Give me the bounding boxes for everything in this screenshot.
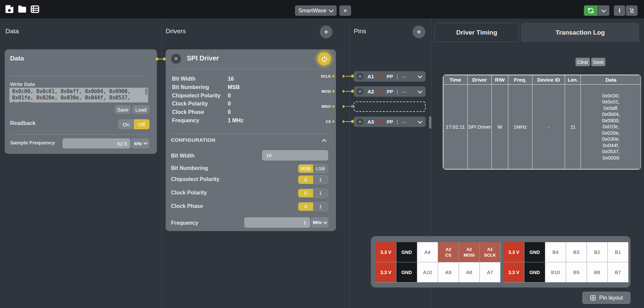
pin-row-a3[interactable]: × A3 PP | — — [354, 117, 426, 127]
frequency-input[interactable] — [244, 217, 310, 228]
board-cell-b9: B9 — [566, 262, 587, 282]
empty-pin-slot[interactable] — [354, 101, 426, 112]
firmware-update-button[interactable] — [626, 5, 638, 16]
pin-separator: | — [397, 119, 398, 125]
remove-pin-button[interactable]: × — [356, 118, 363, 125]
property-label: Bit Width — [172, 76, 196, 82]
port-label-sclk: SCLK — [302, 74, 331, 78]
pin-mode: PP — [387, 119, 393, 125]
tab-driver-timing[interactable]: Driver Timing — [434, 23, 519, 42]
port-arrow — [333, 105, 335, 108]
bit-width-input[interactable] — [262, 150, 328, 161]
clock-polarity-0-option[interactable]: 0 — [298, 189, 313, 197]
config-label: Chipselect Polarity — [171, 176, 219, 182]
chevron-down-icon[interactable] — [418, 119, 422, 123]
readback-off-option[interactable]: Off — [134, 119, 150, 129]
chevron-down-icon[interactable] — [418, 73, 422, 78]
transaction-log-table: Time Driver R/W Freq. Device ID Len. Dat… — [443, 75, 641, 170]
close-icon: × — [343, 7, 347, 14]
connect-button[interactable] — [584, 5, 598, 16]
log-clear-button[interactable]: Clear — [575, 58, 590, 66]
power-icon — [321, 55, 328, 62]
sample-frequency-unit-select[interactable]: kHz — [131, 138, 149, 148]
property-value: 16 — [228, 76, 234, 82]
property-value: 1 MHz — [228, 118, 243, 124]
divider — [10, 134, 147, 135]
column-header-data: Data — [581, 75, 641, 85]
remove-pin-button[interactable]: × — [356, 73, 363, 80]
board-cell-b3: B3 — [566, 242, 587, 262]
close-icon: × — [359, 119, 361, 124]
driver-power-button[interactable] — [317, 52, 331, 65]
chevron-down-icon[interactable] — [418, 88, 422, 93]
plus-icon: + — [417, 27, 421, 37]
write-data-input[interactable]: 0x0c00, 0x0c01, 0x0aff, 0x0b04, 0x0900, … — [9, 88, 148, 102]
property-label: Clock Polarity — [172, 101, 208, 107]
port-arrow — [333, 75, 335, 78]
column-header-device-id: Device ID — [532, 75, 565, 85]
device-close-button[interactable]: × — [339, 5, 351, 16]
examples-list-icon[interactable] — [30, 4, 40, 14]
remove-driver-button[interactable]: × — [171, 54, 181, 64]
cell-len: 11 — [565, 85, 581, 169]
pin-layout-button[interactable]: Pin layout — [582, 292, 631, 304]
frequency-unit-select[interactable]: MHz — [311, 217, 329, 228]
chevron-down-icon — [329, 7, 334, 12]
sample-frequency-input[interactable] — [62, 138, 130, 148]
property-value: 0 — [228, 101, 231, 107]
property-value: 0 — [228, 93, 231, 99]
device-select[interactable]: SmartWave — [295, 5, 337, 16]
info-button[interactable]: i — [614, 5, 625, 16]
bit-numbering-lsb-option[interactable]: LSB — [313, 165, 328, 173]
sample-frequency-label: Sample Frequency — [10, 140, 55, 145]
pin-row-a1[interactable]: × A1 PP | — — [354, 71, 426, 82]
tab-transaction-log[interactable]: Transaction Log — [521, 23, 639, 42]
pin-row-a2[interactable]: × A2 PP | — — [354, 86, 426, 97]
property-label: Clock Phase — [172, 109, 204, 115]
configuration-title: CONFIGURATION — [171, 137, 215, 143]
pins-scrollbar-thumb[interactable] — [429, 116, 431, 129]
connector-arrow — [343, 120, 345, 123]
clock-phase-0-option[interactable]: 0 — [298, 203, 313, 211]
remove-pin-button[interactable]: × — [356, 88, 363, 95]
add-pin-button[interactable]: + — [413, 26, 425, 38]
write-data-load-button[interactable]: Load — [132, 105, 149, 114]
config-label: Bit Width — [171, 153, 195, 159]
property-label: Chipselect Polarity — [172, 93, 220, 99]
board-cell-ground: GND — [396, 262, 417, 282]
readback-toggle: On Off — [118, 119, 149, 129]
config-label: Clock Phase — [171, 203, 203, 209]
config-label: Clock Polarity — [171, 190, 207, 196]
board-cell-ground: GND — [524, 262, 545, 282]
info-icon: i — [618, 7, 620, 14]
write-data-save-button[interactable]: Save — [115, 105, 131, 114]
log-save-button[interactable]: Save — [591, 58, 605, 66]
connect-menu-button[interactable] — [598, 5, 609, 16]
add-driver-button[interactable]: + — [320, 26, 333, 38]
column-header-len: Len. — [565, 75, 581, 85]
save-label: Save — [593, 59, 604, 65]
pin-separator: | — [397, 89, 398, 94]
save-file-icon[interactable] — [5, 4, 14, 14]
cell-freq: 1MHz — [508, 85, 532, 169]
pin-board-block-b: 3.3 V GND B4 B3 B2 B1 3.3 V GND B10 B9 B… — [504, 242, 629, 282]
open-folder-icon[interactable] — [17, 4, 27, 14]
pins-panel-title: Pins — [354, 28, 366, 35]
clock-phase-1-option[interactable]: 1 — [313, 203, 328, 211]
clock-polarity-1-option[interactable]: 1 — [313, 189, 328, 197]
pin-board-block-a: 3.3 V GND A4 A3CS A2MOSI A1SCLK 3.3 V GN… — [376, 242, 501, 282]
pin-layout-label: Pin layout — [599, 295, 623, 301]
readback-on-option[interactable]: On — [118, 119, 134, 129]
chipselect-polarity-0-option[interactable]: 0 — [298, 176, 313, 184]
board-cell-power: 3.3 V — [376, 262, 396, 282]
board-cell-b4: B4 — [545, 242, 566, 262]
property-label: Bit Numbering — [172, 84, 209, 90]
clock-phase-toggle: 0 1 — [298, 202, 328, 211]
bit-numbering-toggle: MSB LSB — [298, 164, 328, 173]
bit-numbering-msb-option[interactable]: MSB — [298, 165, 313, 173]
pin-status-dot — [378, 74, 383, 79]
write-data-scrollbar[interactable] — [145, 88, 147, 95]
unit-label: kHz — [134, 141, 142, 146]
chevron-down-icon — [601, 7, 606, 12]
chipselect-polarity-1-option[interactable]: 1 — [313, 176, 328, 184]
